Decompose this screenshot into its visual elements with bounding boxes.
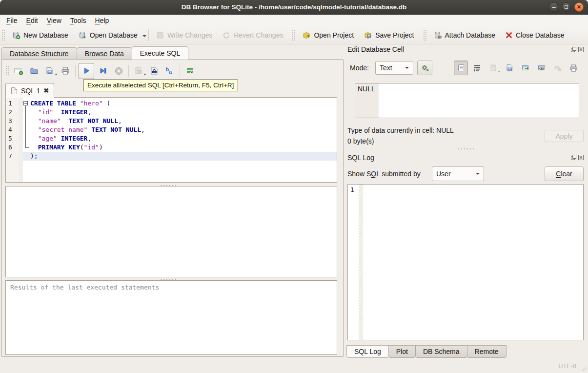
link-icon [537, 63, 546, 72]
tab-browse-data[interactable]: Browse Data [77, 47, 132, 60]
toolbar-grip[interactable] [1, 29, 5, 41]
toolbar-separator [148, 29, 149, 41]
sql-log-filter-select[interactable]: User [432, 166, 484, 181]
cell-word-wrap-button[interactable] [470, 61, 484, 75]
cell-import-icon [489, 63, 498, 72]
tab-database-structure[interactable]: Database Structure [1, 47, 77, 60]
maximize-button[interactable] [562, 2, 571, 12]
text-document-icon [457, 63, 466, 72]
close-panel-icon[interactable] [578, 155, 584, 160]
close-icon: ✕ [577, 4, 581, 10]
new-sql-tab-button[interactable] [12, 64, 25, 78]
cell-value-editor[interactable]: NULL [355, 83, 579, 118]
execute-line-button[interactable] [96, 64, 110, 78]
set-null-button[interactable] [550, 61, 565, 75]
print-sql-button[interactable] [59, 64, 72, 78]
open-database-icon [78, 31, 87, 40]
clear-log-button[interactable]: Clear [545, 166, 584, 181]
open-sql-file-button[interactable] [27, 64, 41, 78]
format-sql-button[interactable]: ba [163, 64, 177, 78]
print-cell-button[interactable] [567, 61, 581, 75]
open-database-button[interactable]: Open Database [73, 28, 142, 42]
word-wrap-button[interactable] [183, 64, 197, 78]
menu-file[interactable]: File [2, 16, 22, 25]
open-sql-file-icon [29, 66, 39, 76]
cell-export-icon [505, 63, 514, 72]
sql-toolbar-grip[interactable] [5, 65, 9, 76]
tab-db-schema[interactable]: DB Schema [415, 345, 467, 358]
attach-database-button[interactable]: Attach Database [428, 28, 501, 42]
save-project-icon [364, 31, 372, 40]
apply-button[interactable]: Apply [545, 130, 584, 142]
results-table-panel[interactable] [5, 186, 337, 277]
save-sql-file-button[interactable] [43, 64, 57, 78]
close-tab-icon[interactable]: ✖ [43, 87, 49, 94]
titlebar: DB Browser for SQLite - /home/user/code/… [0, 0, 588, 15]
save-results-dropdown-icon[interactable] [143, 74, 146, 77]
copy-link-button[interactable] [534, 61, 548, 75]
menu-edit[interactable]: Edit [22, 16, 42, 25]
tab-remote[interactable]: Remote [467, 345, 507, 358]
open-database-dropdown-icon[interactable] [142, 35, 146, 39]
write-changes-button[interactable]: Write Changes [151, 28, 217, 42]
tab-plot[interactable]: Plot [388, 345, 416, 358]
open-in-external-button[interactable] [518, 61, 532, 75]
float-panel-icon[interactable] [571, 47, 576, 52]
execute-tooltip: Execute all/selected SQL [Ctrl+Return, F… [83, 80, 238, 91]
find-button[interactable] [147, 64, 161, 78]
sql-log-view[interactable]: 1 [347, 184, 584, 340]
close-panel-icon[interactable] [578, 47, 584, 52]
cell-value: NULL [358, 85, 375, 93]
sql-editor[interactable]: 1CREATE TABLE "hero" (2 "id" INTEGER,3 "… [5, 97, 337, 183]
save-project-button[interactable]: Save Project [359, 28, 419, 42]
print-icon [61, 66, 70, 76]
mode-select[interactable]: Text [375, 61, 413, 75]
mode-label: Mode: [350, 64, 369, 72]
execute-all-button[interactable] [79, 63, 94, 79]
cell-export-button[interactable] [502, 61, 516, 75]
minimize-button[interactable] [549, 2, 558, 12]
cell-type-info: Type of data currently in cell: NULL [347, 126, 454, 134]
splitter-handle[interactable] [457, 148, 474, 150]
new-tab-icon [14, 66, 23, 76]
sql-log-dock-controls [571, 155, 584, 160]
edit-cell-dock-controls [571, 47, 584, 52]
stop-button[interactable] [112, 64, 125, 78]
word-wrap-icon [185, 66, 195, 76]
close-database-button[interactable]: Close Database [500, 28, 569, 42]
tab-execute-sql[interactable]: Execute SQL [132, 46, 189, 60]
revert-changes-icon [222, 31, 231, 40]
resize-grip[interactable] [580, 365, 587, 372]
close-button[interactable]: ✕ [574, 2, 584, 12]
sql-log-filter-label: Show SQL submitted by [347, 170, 421, 178]
toolbar-grip[interactable] [292, 29, 296, 41]
save-results-button[interactable] [132, 64, 145, 78]
new-database-button[interactable]: New Database [7, 28, 73, 42]
print-icon [569, 63, 578, 73]
text-mode-button[interactable] [454, 61, 468, 75]
revert-changes-button[interactable]: Revert Changes [217, 28, 288, 42]
open-project-button[interactable]: Open Project [297, 28, 359, 42]
menu-view[interactable]: View [42, 16, 66, 25]
encoding-indicator: UTF-8 [558, 362, 576, 370]
svg-text:a: a [169, 69, 172, 75]
execute-line-icon [99, 66, 107, 75]
sql-log-title: SQL Log [347, 154, 374, 162]
log-line-number: 1 [350, 186, 354, 193]
auto-apply-button[interactable] [417, 61, 432, 75]
edit-cell-title: Edit Database Cell [347, 45, 404, 53]
find-icon [149, 66, 159, 76]
results-message-panel[interactable]: Results of the last executed statements [5, 280, 337, 355]
tab-sql-log[interactable]: SQL Log [346, 345, 389, 358]
menu-help[interactable]: Help [91, 16, 114, 25]
menu-tools[interactable]: Tools [66, 16, 91, 25]
write-changes-icon [156, 31, 164, 40]
float-panel-icon[interactable] [571, 155, 576, 160]
cell-import-dropdown-icon[interactable] [498, 71, 501, 74]
cell-import-button[interactable] [486, 61, 500, 75]
save-sql-dropdown-icon[interactable] [55, 74, 58, 77]
toolbar-grip[interactable] [423, 29, 427, 41]
stop-icon [114, 66, 123, 76]
sql-editor-tab[interactable]: SQL 1 ✖ [5, 83, 54, 98]
cell-word-wrap-icon [473, 63, 482, 72]
